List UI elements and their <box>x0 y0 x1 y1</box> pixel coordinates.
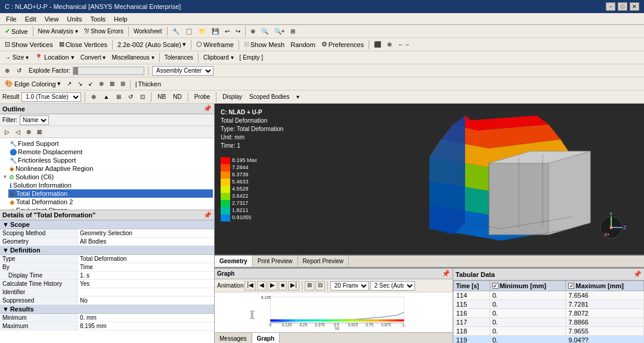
tree-item-total-def[interactable]: ◉ Total Deformation <box>8 189 213 198</box>
anim-mode1-btn[interactable]: ⊞ <box>305 281 314 291</box>
detail-group-scope[interactable]: ▼Scope <box>0 220 214 229</box>
outline-pin[interactable]: 📌 <box>203 105 212 113</box>
tb1-icon2[interactable]: 📋 <box>183 26 195 37</box>
tb2-icon3[interactable]: ←→ <box>395 39 412 50</box>
scoped-bodies-button[interactable]: Scoped Bodies <box>247 92 292 102</box>
tab-graph[interactable]: Graph <box>252 333 280 343</box>
table-row[interactable]: 114 0. 7.6546 <box>454 291 644 300</box>
miscellaneous-button[interactable]: Miscellaneous ▾ <box>109 52 156 63</box>
tb-r-icon1[interactable]: ⊕ <box>89 92 98 102</box>
show-errors-button[interactable]: ?/ Show Errors <box>82 26 126 37</box>
anim-play-btn[interactable]: ▶ <box>268 281 277 291</box>
tb-r-icon6[interactable]: NB <box>155 92 168 102</box>
scale-dropdown[interactable]: 2.2e-002 (Auto Scale)▾ <box>115 39 188 50</box>
tb5-icon1[interactable]: ↗ <box>64 79 74 89</box>
new-analysis-button[interactable]: New Analysis ▾ <box>36 26 80 37</box>
details-pin[interactable]: 📌 <box>203 211 212 219</box>
tb4-icon1[interactable]: ⊕ <box>2 66 12 76</box>
tree-item-fixed-support[interactable]: 🔧 Fixed Support <box>8 139 213 148</box>
tb-r-icon4[interactable]: ↺ <box>126 92 135 102</box>
tolerances-button[interactable]: Tolerances <box>162 52 196 63</box>
tb1-icon6[interactable]: ↪ <box>233 26 243 37</box>
worksheet-button[interactable]: Worksheet <box>131 26 165 37</box>
graph-pin[interactable]: 📌 <box>442 270 450 277</box>
anim-mode2-btn[interactable]: ⊟ <box>315 281 325 291</box>
tabular-table[interactable]: Time [s] Minimum [mm] <box>453 280 644 343</box>
menu-view[interactable]: View <box>41 15 63 23</box>
show-mesh-button[interactable]: ⊞Show Mesh <box>242 39 287 50</box>
wireframe-button[interactable]: ⬡Wireframe <box>194 39 236 50</box>
convert-button[interactable]: Convert ▾ <box>78 52 109 63</box>
tabular-pin[interactable]: 📌 <box>633 270 642 278</box>
menu-units[interactable]: Units <box>63 15 85 23</box>
tab-messages[interactable]: Messages <box>215 333 252 343</box>
viewport[interactable]: C: NLAD + U-P Total Deformation Type: To… <box>215 104 644 255</box>
table-row[interactable]: 118 0. 7.9655 <box>454 327 644 336</box>
tb1-icon7[interactable]: ⊕ <box>248 26 258 37</box>
window-controls[interactable]: − □ ✕ <box>606 2 639 11</box>
tree-item-total-def2[interactable]: ◉ Total Deformation 2 <box>8 198 213 206</box>
tb5-icon6[interactable]: ⊞ <box>118 79 128 89</box>
anim-begin-btn[interactable]: |◀ <box>244 281 256 291</box>
min-checkbox[interactable] <box>493 283 499 289</box>
tb5-icon5[interactable]: ⊠ <box>107 79 117 89</box>
location-button[interactable]: 📍Location ▾ <box>32 52 77 63</box>
tree-item-remote-disp[interactable]: 🔵 Remote Displacement <box>8 148 213 156</box>
table-row-highlighted[interactable]: 119 0. 9.04?? <box>454 336 644 344</box>
tb1-icon1[interactable]: 🔧 <box>170 26 182 37</box>
filter-select[interactable]: Name <box>20 116 49 125</box>
close-button[interactable]: ✕ <box>630 2 639 11</box>
tb-r-icon5[interactable]: ⊡ <box>138 92 147 102</box>
tb1-icon8[interactable]: 🔍 <box>259 26 271 37</box>
tb-r-icon7[interactable]: ND <box>171 92 184 102</box>
frames-select[interactable]: 20 Frames <box>330 281 369 291</box>
tree-item-solution[interactable]: ▼ ⚙ Solution (C6) <box>1 173 213 181</box>
tb2-icon1[interactable]: ⬛ <box>371 39 383 50</box>
thicken-button[interactable]: |Thicken <box>133 79 163 89</box>
tree-item-solution-info[interactable]: ℹ Solution Information <box>8 181 213 189</box>
tb5-icon3[interactable]: ↙ <box>86 79 95 89</box>
explode-slider[interactable] <box>73 67 144 75</box>
tab-report-preview[interactable]: Report Preview <box>298 255 349 267</box>
tb1-icon4[interactable]: 💾 <box>209 26 221 37</box>
minimize-button[interactable]: − <box>606 2 615 11</box>
empty-button[interactable]: [ Empty ] <box>237 52 265 63</box>
close-vertices-button[interactable]: ⊠Close Vertices <box>57 39 110 50</box>
table-row[interactable]: 116 0. 7.8072 <box>454 309 644 318</box>
display-button[interactable]: Display <box>220 92 244 102</box>
tb2-icon2[interactable]: ⊕ <box>385 39 394 50</box>
menu-file[interactable]: File <box>2 15 20 23</box>
random-button[interactable]: Random <box>288 39 318 50</box>
outline-tb-icon3[interactable]: ⊕ <box>24 127 33 138</box>
tb1-icon3[interactable]: 📁 <box>196 26 208 37</box>
edge-coloring-button[interactable]: 🎨Edge Coloring▾ <box>2 79 63 89</box>
menu-help[interactable]: Help <box>110 15 131 23</box>
result-scale-select[interactable]: 1.0 (True Scale) <box>21 92 81 102</box>
menu-tools[interactable]: Tools <box>86 15 109 23</box>
tb1-icon9[interactable]: 🔍+ <box>272 26 287 37</box>
tb5-icon4[interactable]: ⊕ <box>97 79 106 89</box>
tb-r-icon3[interactable]: ⊞ <box>114 92 123 102</box>
detail-group-definition[interactable]: ▼Definition <box>0 246 214 255</box>
menu-edit[interactable]: Edit <box>21 15 40 23</box>
anim-end-btn[interactable]: ▶| <box>288 281 299 291</box>
tb1-icon5[interactable]: ↩ <box>222 26 232 37</box>
preferences-button[interactable]: ⚙Preferences <box>319 39 366 50</box>
anim-prev-btn[interactable]: ◀ <box>257 281 267 291</box>
max-checkbox[interactable] <box>568 283 574 289</box>
tree-item-nonlinear[interactable]: ◆ Nonlinear Adaptive Region <box>8 164 213 173</box>
maximize-button[interactable]: □ <box>618 2 627 11</box>
outline-tb-icon4[interactable]: ⊠ <box>35 127 44 138</box>
table-row[interactable]: 117 0. 7.8866 <box>454 318 644 327</box>
clipboard-button[interactable]: Clipboard ▾ <box>201 52 236 63</box>
speed-select[interactable]: 2 Sec (Auto) <box>370 281 415 291</box>
outline-tb-icon1[interactable]: ▷ <box>2 127 12 138</box>
tb-r-icon2[interactable]: ▲ <box>101 92 112 102</box>
tb4-icon2[interactable]: ↺ <box>14 66 24 76</box>
table-row[interactable]: 115 0. 7.7281 <box>454 300 644 309</box>
assembly-center-select[interactable]: Assembly Center <box>152 66 213 76</box>
tab-geometry[interactable]: Geometry <box>215 255 253 267</box>
probe-button[interactable]: Probe <box>192 92 213 102</box>
tree-item-frictionless[interactable]: 🔧 Frictionless Support <box>8 156 213 164</box>
size-button[interactable]: → Size ▾ <box>2 52 31 63</box>
